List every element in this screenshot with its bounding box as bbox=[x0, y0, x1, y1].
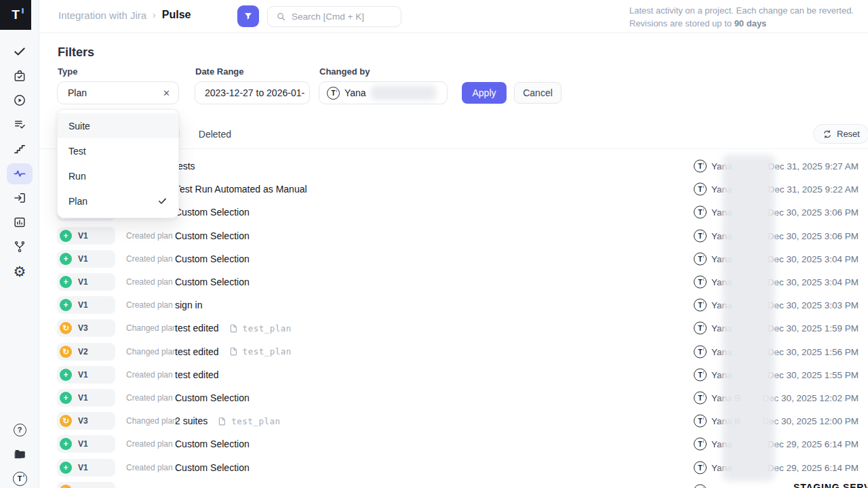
breadcrumb-project[interactable]: Integration with Jira bbox=[58, 9, 146, 21]
reset-label: Reset bbox=[837, 129, 860, 139]
sidebar-item-import[interactable] bbox=[0, 186, 39, 210]
changed-by-label: Changed by bbox=[319, 66, 370, 77]
date-range-label: Date Range bbox=[195, 66, 244, 77]
breadcrumb-separator-icon: › bbox=[153, 9, 156, 20]
version-label: V1 bbox=[78, 439, 88, 449]
funnel-icon bbox=[243, 11, 254, 22]
created-plus-icon: + bbox=[60, 230, 72, 242]
type-label: Type bbox=[58, 66, 77, 77]
sidebar-item-settings[interactable]: ⚙ bbox=[0, 259, 39, 283]
user-avatar-icon: T bbox=[694, 299, 707, 312]
user-avatar-icon: T bbox=[694, 461, 707, 474]
file-icon bbox=[229, 346, 239, 357]
sidebar-item-results[interactable] bbox=[0, 113, 39, 137]
action-label: Created plan bbox=[126, 277, 173, 287]
timestamp: Dec 30, 2025 3:03 PM bbox=[768, 300, 859, 310]
created-plus-icon: + bbox=[60, 253, 72, 265]
item-name: Custom Selection bbox=[175, 253, 250, 264]
help-icon: ? bbox=[14, 424, 26, 436]
version-label: V2 bbox=[78, 347, 88, 357]
date-range-input[interactable]: 2023-12-27 to 2026-01- bbox=[195, 81, 310, 104]
plan-link-label: test_plan bbox=[243, 323, 292, 333]
pulse-icon bbox=[13, 167, 26, 180]
check-icon bbox=[13, 45, 26, 58]
filters-title: Filters bbox=[58, 45, 94, 60]
user-avatar-icon: T bbox=[694, 252, 707, 265]
type-option-suite[interactable]: Suite bbox=[58, 113, 178, 138]
version-badge: ↻ bbox=[57, 482, 115, 488]
timestamp: Dec 30, 2025 3:04 PM bbox=[768, 253, 859, 264]
reset-button[interactable]: Reset bbox=[813, 124, 868, 144]
sidebar-item-analytics[interactable] bbox=[0, 210, 39, 235]
created-plus-icon: + bbox=[60, 392, 72, 404]
sidebar-item-runs[interactable] bbox=[0, 88, 39, 113]
option-label: Test bbox=[68, 146, 86, 157]
version-label: V1 bbox=[78, 370, 88, 380]
version-label: V1 bbox=[78, 231, 88, 241]
type-option-test[interactable]: Test bbox=[58, 138, 178, 163]
user-avatar-icon: T bbox=[694, 391, 707, 404]
changed-icon: ↻ bbox=[60, 485, 72, 488]
action-label: Created plan bbox=[126, 231, 173, 241]
type-select[interactable]: Plan ✕ bbox=[57, 81, 179, 104]
user-avatar-icon: T bbox=[694, 183, 707, 196]
option-label: Run bbox=[68, 171, 86, 182]
sidebar-item-pulse[interactable] bbox=[0, 161, 39, 186]
search-icon bbox=[276, 12, 286, 22]
tab-deleted[interactable]: Deleted bbox=[199, 129, 231, 140]
plan-link[interactable]: test_plan bbox=[217, 416, 280, 426]
timestamp: Dec 30, 2025 1:56 PM bbox=[768, 346, 859, 357]
option-label: Plan bbox=[68, 196, 87, 207]
version-badge: ↻ V2 bbox=[57, 343, 115, 361]
clear-type-icon[interactable]: ✕ bbox=[163, 89, 170, 98]
changed-by-select[interactable]: T Yana bbox=[319, 81, 448, 104]
user-avatar-icon: T bbox=[694, 345, 707, 358]
timestamp: Dec 31, 2025 9:27 AM bbox=[768, 161, 859, 171]
timestamp: Dec 30, 2025 3:06 PM bbox=[768, 207, 859, 218]
user-avatar-icon: T bbox=[694, 415, 707, 428]
created-plus-icon: + bbox=[60, 369, 72, 381]
sidebar-item-projects[interactable] bbox=[0, 442, 39, 466]
changed-icon: ↻ bbox=[60, 415, 72, 427]
list-check-icon bbox=[13, 118, 26, 131]
user-avatar-icon: T bbox=[694, 484, 707, 488]
import-icon bbox=[13, 191, 26, 205]
filter-toggle-button[interactable] bbox=[237, 5, 259, 27]
sidebar-item-account[interactable]: T bbox=[0, 466, 39, 488]
version-badge: + V1 bbox=[57, 227, 115, 245]
version-badge: + V1 bbox=[57, 389, 115, 407]
version-badge: + V1 bbox=[57, 273, 115, 291]
sidebar-item-tests[interactable] bbox=[0, 39, 39, 64]
type-option-plan[interactable]: Plan bbox=[58, 188, 178, 214]
timestamp: Dec 30, 2025 1:55 PM bbox=[768, 369, 859, 380]
item-name: Custom Selection bbox=[175, 277, 250, 287]
breadcrumb: Integration with Jira › Pulse bbox=[58, 9, 191, 21]
action-label: Created plan bbox=[126, 254, 173, 264]
apply-button[interactable]: Apply bbox=[462, 82, 507, 104]
plan-link-label: test_plan bbox=[231, 416, 280, 426]
action-label: Created plan bbox=[126, 463, 173, 472]
search-input[interactable] bbox=[292, 12, 387, 22]
action-label: Created plan bbox=[126, 370, 173, 380]
user-avatar-icon: T bbox=[694, 438, 707, 451]
type-option-run[interactable]: Run bbox=[58, 163, 178, 188]
changed-icon: ↻ bbox=[60, 322, 72, 334]
app-logo[interactable]: T bbox=[0, 0, 31, 30]
version-badge: ↻ V3 bbox=[57, 319, 115, 337]
search-box[interactable] bbox=[267, 6, 401, 27]
plan-link[interactable]: test_plan bbox=[229, 323, 292, 333]
item-name: test edited bbox=[175, 346, 219, 357]
clipboard-check-icon bbox=[13, 69, 26, 83]
sidebar-item-branches[interactable] bbox=[0, 235, 39, 259]
page-description-line1: Latest activity on a project. Each chang… bbox=[629, 4, 854, 17]
action-label: Changed plan bbox=[126, 347, 177, 357]
sidebar-item-help[interactable]: ? bbox=[0, 418, 39, 442]
cancel-button[interactable]: Cancel bbox=[514, 82, 561, 104]
plan-link[interactable]: test_plan bbox=[229, 346, 292, 357]
sidebar-nav: ⚙ bbox=[0, 39, 39, 283]
action-label: Changed plan bbox=[126, 416, 177, 426]
sidebar-item-milestones[interactable] bbox=[0, 137, 39, 161]
created-plus-icon: + bbox=[60, 299, 72, 311]
item-name: Custom Selection bbox=[175, 439, 250, 449]
sidebar-item-plans[interactable] bbox=[0, 64, 39, 88]
